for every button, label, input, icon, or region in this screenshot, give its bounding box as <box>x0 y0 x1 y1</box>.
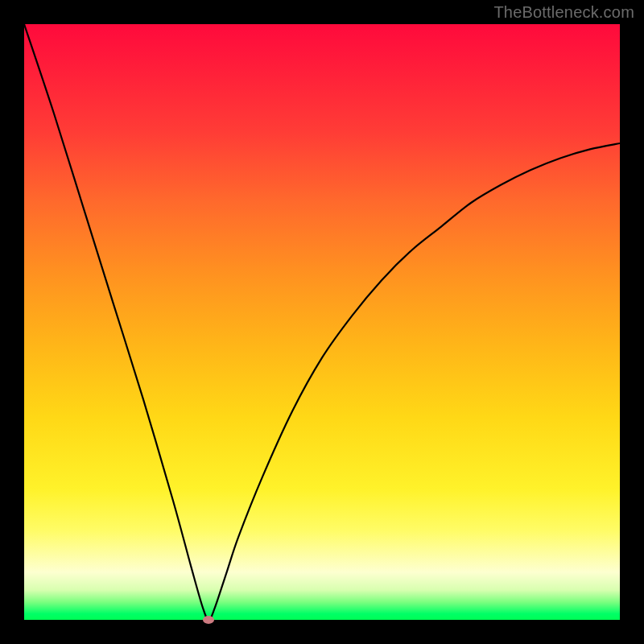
bottleneck-curve <box>24 24 620 620</box>
curve-svg <box>24 24 620 620</box>
chart-frame: TheBottleneck.com <box>0 0 644 644</box>
minimum-marker <box>203 616 214 624</box>
plot-area <box>24 24 620 620</box>
watermark-text: TheBottleneck.com <box>493 3 634 22</box>
